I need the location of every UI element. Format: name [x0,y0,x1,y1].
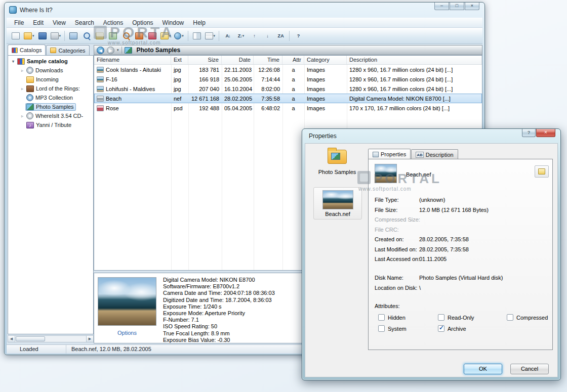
checkbox-read-only[interactable] [438,314,444,321]
maximize-button[interactable]: □ [450,3,464,10]
scroll-right-arrow[interactable]: ▶ [86,336,93,342]
back-button[interactable]: ◀ [97,47,104,54]
dialog-close-button[interactable]: × [536,129,555,137]
tab-catalogs[interactable]: Catalogs [8,45,46,55]
open-catalog-button[interactable]: ▾ [23,30,35,42]
dialog-help-button[interactable]: ? [522,129,536,137]
forward-button[interactable]: ▶ [107,47,114,54]
search-files-button[interactable] [80,30,93,42]
sort-ascending-button[interactable]: A↓ [222,30,234,42]
cd-icon [26,67,33,74]
column-description[interactable]: Description [347,56,482,64]
tree-item-whereisit-cd[interactable]: ▹ WhereIsIt 3.54 CD- [8,111,93,120]
network-drives-button[interactable] [107,30,119,42]
checkbox-system[interactable] [378,325,385,332]
exif-line: F-Number: 7.1 [163,317,275,323]
tree-item-incoming[interactable]: Incoming [8,75,93,84]
close-button[interactable]: × [465,3,479,10]
tab-properties[interactable]: Properties [368,149,411,159]
tree-item-mp3-collection[interactable]: MP3 Collection [8,93,93,102]
save-catalog-button[interactable] [36,30,49,42]
expand-icon[interactable]: ▹ [19,86,25,91]
toolbar-separator [188,31,188,41]
file-thumbnail-item[interactable]: Beach.nef [313,187,362,220]
sort-columns-icon: Z A [277,33,283,38]
ok-button[interactable]: OK [464,364,502,374]
expand-icon[interactable]: ▹ [19,114,25,118]
search-computer-button[interactable] [67,30,79,42]
column-time[interactable]: Time [254,56,282,64]
tree-root-label: Sample catalog [27,58,68,64]
column-attr[interactable]: Attr [282,56,304,64]
collapse-icon[interactable]: ▾ [10,59,16,64]
menu-search[interactable]: Search [70,18,99,27]
tree-root-sample-catalog[interactable]: ▾ Sample catalog [8,57,93,66]
file-row-rose[interactable]: Rose psd 192 488 05.04.2005 6:48:02 a Im… [94,103,482,113]
column-filename[interactable]: Filename [94,56,171,64]
view-panels-button[interactable] [191,30,203,42]
menu-file[interactable]: File [10,18,28,27]
navbar-divider [122,47,122,54]
report-button[interactable]: ▾ [204,30,217,42]
menu-help[interactable]: Help [188,18,210,27]
history-dropdown-icon[interactable]: ▾ [117,48,119,52]
move-down-button[interactable]: ↓ [261,30,273,42]
print-button[interactable]: ▾ [50,30,62,42]
file-row-cook-islands[interactable]: Cook Islands - Aitutaki jpg 183 781 22.1… [94,65,482,74]
internet-lookup-button[interactable]: ▾ [173,30,185,42]
tree-item-yanni-tribute[interactable]: ♪ Yanni / Tribute [8,120,93,129]
checkbox-compressed[interactable] [507,314,513,321]
exif-line: Digital Camera Model: NIKON E8700 [163,277,275,283]
tree-item-label: Downloads [35,67,63,73]
minimize-button[interactable]: – [434,3,449,10]
clean-button[interactable] [146,30,158,42]
sort-columns-button[interactable]: Z A [274,30,287,42]
sort-az-icon: A↓ [226,33,230,38]
column-category[interactable]: Category [304,56,347,64]
options-link[interactable]: Options [98,330,156,336]
cancel-button[interactable]: Cancel [510,364,549,374]
settings-button[interactable]: ▾ [159,30,172,42]
new-catalog-button[interactable] [10,30,22,42]
exif-line: Software/Firmware: E8700v1.2 [163,283,275,290]
sidebar-hscrollbar[interactable]: ◀ ▶ [8,335,94,342]
jpg-thumbnail-icon [97,76,104,82]
edit-item-button[interactable] [94,30,106,42]
menu-edit[interactable]: Edit [28,18,48,27]
field-last-accessed: Last Accessed on:01.11.2005 [375,256,548,262]
menu-window[interactable]: Window [158,18,189,27]
field-compressed-size: Compressed Size: [375,216,548,223]
tree-item-lord-of-the-rings[interactable]: ▹ Lord of the Rings: [8,84,93,93]
checkbox-archive[interactable] [438,325,444,332]
file-row-beach[interactable]: Beach nef 12 671 168 28.02.2005 7:35:58 … [94,94,482,103]
menu-actions[interactable]: Actions [99,18,128,27]
dialog-tabs: Properties Description [368,149,459,159]
scroll-left-arrow[interactable]: ◀ [8,336,15,342]
catalog-icon [17,58,25,65]
column-date[interactable]: Date [222,56,254,64]
tab-categories[interactable]: Categories [46,45,89,55]
zoom-button[interactable] [120,30,132,42]
dialog-titlebar[interactable]: Properties ? × [302,129,560,144]
file-row-f16[interactable]: F-16 jpg 166 918 25.06.2005 7:14:44 a Im… [94,74,482,84]
scroll-thumb[interactable] [16,336,45,341]
edit-description-button[interactable] [535,165,549,178]
context-help-button[interactable]: ? [292,30,304,42]
tree-item-photo-samples[interactable]: Photo Samples [8,102,93,111]
column-ext[interactable]: Ext [171,56,188,64]
sidebar-tabs: Catalogs Categories [8,45,90,55]
expand-icon[interactable]: ▹ [19,68,25,73]
file-row-lohifushi[interactable]: Lohifushi - Maldives jpg 207 040 16.10.2… [94,84,482,94]
tree-item-downloads[interactable]: ▹ Downloads [8,66,93,75]
sort-descending-button[interactable]: Z↓▾ [235,30,247,42]
move-up-button[interactable]: ↑ [248,30,260,42]
tree-item-label: Incoming [36,76,59,82]
tab-description[interactable]: Description [411,149,458,159]
menu-options[interactable]: Options [128,18,157,27]
checkbox-hidden[interactable] [378,314,385,321]
menu-view[interactable]: View [48,18,70,27]
network-icon [109,32,117,39]
column-size[interactable]: Size [188,56,222,64]
main-titlebar[interactable]: Where Is It? – □ × [5,3,484,18]
repair-button[interactable] [133,30,145,42]
